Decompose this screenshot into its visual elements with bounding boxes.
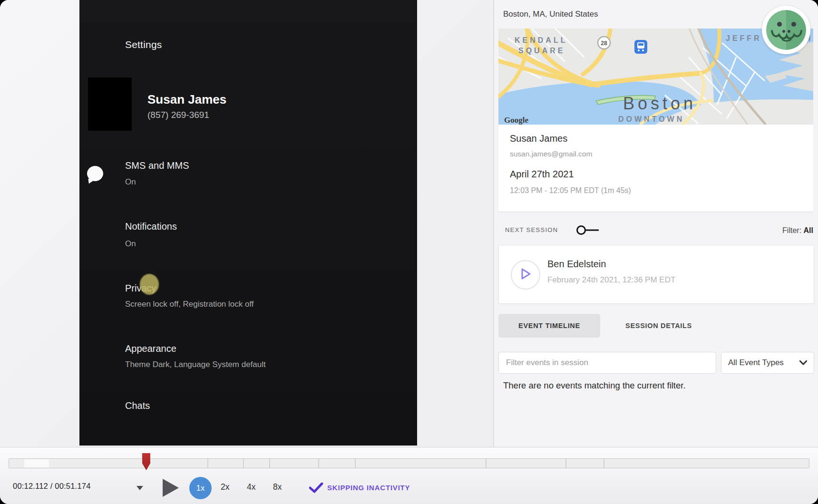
timeline-segment-divider (269, 459, 270, 468)
settings-item-privacy-sub: Screen lock off, Registration lock off (125, 300, 254, 309)
play-icon (511, 260, 538, 288)
next-session-card[interactable]: Ben Edelstein February 24th 2021, 12:36 … (498, 245, 814, 304)
play-button[interactable] (163, 479, 179, 497)
speed-1x-button[interactable]: 1x (189, 477, 212, 499)
time-display[interactable]: 00:12.112 / 00:51.174 (13, 482, 91, 491)
timeline-segment-divider (486, 459, 487, 468)
mascot-logo-icon (762, 6, 810, 54)
filter-label: Filter: (782, 226, 801, 234)
time-dropdown-caret-icon[interactable] (136, 486, 143, 490)
settings-item-notifications-sub: On (125, 239, 136, 249)
user-email: susan.james@gmail.com (510, 150, 592, 158)
checkmark-icon (309, 483, 323, 493)
replay-stage: Settings Susan James (857) 269-3691 SMS … (0, 0, 493, 447)
session-panel: Boston, MA, United States (494, 0, 818, 447)
map-label-square: SQUARE (518, 47, 565, 55)
session-location: Boston, MA, United States (503, 10, 598, 19)
phone-settings-title: Settings (125, 39, 162, 50)
settings-item-chats[interactable]: Chats (125, 400, 150, 411)
map-label-jeffries: JEFFR (726, 34, 762, 42)
sms-bubble-icon (87, 166, 103, 181)
touch-indicator (140, 274, 159, 295)
next-session-toggle[interactable] (576, 225, 603, 235)
phone-screen: Settings Susan James (857) 269-3691 SMS … (79, 0, 417, 446)
filter-value: All (804, 226, 813, 234)
session-info-card: Susan James susan.james@gmail.com April … (498, 125, 813, 212)
session-date: April 27th 2021 (510, 169, 574, 180)
timeline-segment-divider (207, 459, 208, 468)
next-session-datetime: February 24th 2021, 12:36 PM EDT (547, 275, 675, 285)
map-attribution: Google (504, 116, 528, 125)
timeline-segment-divider (243, 459, 244, 468)
map-label-kendall: KENDALL (515, 36, 567, 44)
tab-event-timeline[interactable]: EVENT TIMELINE (498, 314, 600, 338)
next-session-play-button[interactable] (511, 260, 540, 290)
settings-item-appearance[interactable]: Appearance (125, 343, 176, 354)
next-session-user: Ben Edelstein (547, 259, 606, 270)
app-window: Settings Susan James (857) 269-3691 SMS … (0, 0, 818, 504)
speed-8x-button[interactable]: 8x (273, 482, 282, 492)
speed-2x-button[interactable]: 2x (221, 482, 229, 492)
event-filter-input[interactable] (498, 352, 716, 374)
speed-4x-button[interactable]: 4x (247, 482, 255, 492)
timeline-segment-divider (355, 459, 356, 468)
user-name: Susan James (510, 133, 567, 144)
timeline-segment-divider (318, 459, 319, 468)
phone-profile-number: (857) 269-3691 (147, 110, 209, 120)
map-label-downtown: DOWNTOWN (618, 115, 684, 123)
timeline-segment-divider (604, 459, 604, 468)
timeline-segment-divider (565, 459, 566, 468)
phone-profile-name: Susan James (147, 92, 226, 107)
event-type-dropdown[interactable]: All Event Types (721, 352, 814, 374)
avatar (88, 78, 132, 131)
filter-summary[interactable]: Filter: All (782, 226, 813, 235)
empty-events-message: There are no events matching the current… (503, 380, 686, 391)
map-label-boston: Boston (623, 94, 696, 113)
session-time-range: 12:03 PM - 12:05 PM EDT (1m 45s) (510, 186, 631, 195)
settings-item-sms[interactable]: SMS and MMS (125, 160, 189, 171)
svg-text:28: 28 (601, 40, 607, 47)
skipping-inactivity-toggle[interactable]: SKIPPING INACTIVITY (327, 484, 410, 492)
player-bar: 00:12.112 / 00:51.174 1x 2x 4x 8x SKIPPI… (0, 447, 818, 504)
next-session-label: NEXT SESSION (505, 226, 558, 233)
settings-item-sms-sub: On (125, 177, 136, 187)
event-type-value: All Event Types (728, 358, 784, 368)
settings-item-appearance-sub: Theme Dark, Language System default (125, 360, 266, 369)
timeline-watched-segment (24, 459, 49, 467)
chevron-down-icon (799, 360, 807, 365)
settings-item-notifications[interactable]: Notifications (125, 221, 177, 232)
transit-icon (634, 40, 647, 54)
timeline-scrubber[interactable] (9, 458, 809, 468)
tab-session-details[interactable]: SESSION DETAILS (611, 314, 706, 338)
route-shield-28: 28 (598, 37, 610, 49)
